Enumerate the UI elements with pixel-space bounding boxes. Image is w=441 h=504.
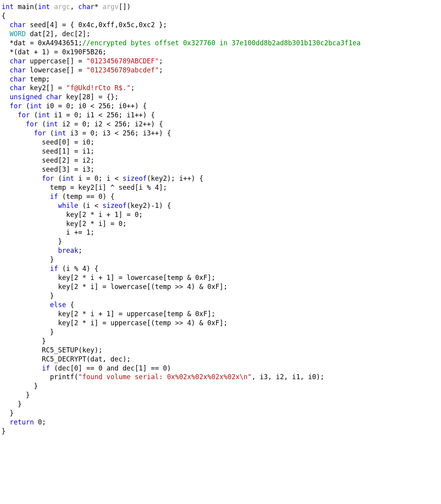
code-token: dat[2], dec[2]; (26, 30, 90, 38)
code-token: lowercase[] = (26, 66, 86, 74)
code-token: break (58, 246, 78, 254)
code-token: else (50, 301, 66, 309)
code-token: for (42, 174, 54, 182)
code-token (2, 364, 42, 372)
code-token: int (54, 129, 66, 137)
code-token (2, 418, 9, 426)
code-token: } (2, 328, 54, 336)
code-token: key2[] = (26, 84, 66, 92)
code-token: 0; (34, 418, 46, 426)
code-token: } (2, 256, 54, 263)
code-token: seed[3] = i3; (2, 165, 94, 173)
code-token: ( (46, 129, 54, 137)
code-token: { (2, 12, 6, 20)
code-token: "found volume serial: 0x%02x%02x%02x%02x… (78, 373, 251, 381)
code-token: ; (159, 57, 163, 65)
code-token: i += 1; (2, 228, 94, 236)
code-token: } (2, 427, 6, 435)
code-token: { (66, 301, 74, 309)
code-token: temp; (26, 75, 50, 83)
code-token: for (9, 102, 22, 110)
code-token (50, 3, 54, 11)
code-token: ( (30, 111, 38, 119)
code-token: *(dat + 1) = 0x190F5B26; (2, 48, 106, 56)
code-token: } (2, 337, 46, 345)
code-token: RC5_SETUP(key); (2, 346, 102, 354)
code-token: ; (131, 84, 135, 92)
code-token: []) (119, 3, 131, 11)
code-token: i1 = 0; i1 < 256; i1++) { (50, 111, 155, 119)
code-token (2, 111, 18, 119)
code-token (2, 120, 26, 128)
code-token (2, 102, 9, 110)
code-token: char (9, 66, 26, 74)
code-token: ; (159, 66, 163, 74)
code-token: unsigned (9, 93, 42, 101)
code-token (2, 66, 9, 74)
code-token: key[2 * i + 1] = lowercase[temp & 0xF]; (2, 274, 215, 282)
code-token (2, 30, 9, 38)
code-token (2, 75, 9, 83)
code-token (2, 93, 9, 101)
code-token: *dat = 0xA4943651; (2, 39, 82, 47)
code-token: if (50, 265, 58, 272)
code-token: main( (14, 3, 38, 11)
code-token: for (18, 111, 30, 119)
code-token: key[28] = {}; (62, 93, 119, 101)
code-token: (key2); i++) { (147, 174, 203, 182)
code-token: key[2 * i] = lowercase[(temp >> 4) & 0xF… (2, 283, 227, 291)
code-token: } (2, 292, 54, 300)
code-token: RC5_DECRYPT(dat, dec); (2, 355, 131, 363)
code-token: "0123456789abcdef" (86, 66, 159, 74)
code-token: int (62, 174, 74, 182)
code-token: (key2)-1) { (127, 202, 171, 209)
code-token: int (38, 111, 50, 119)
code-token: char (46, 93, 62, 101)
code-token: (temp == 0) { (58, 193, 114, 200)
code-token: int (38, 3, 50, 11)
code-token: ( (38, 120, 46, 128)
code-token: } (2, 382, 38, 390)
code-token (42, 93, 46, 101)
code-token: key[2 * i + 1] = 0; (2, 211, 143, 219)
code-token: , (70, 3, 78, 11)
code-token (2, 265, 50, 272)
code-token: char (9, 84, 26, 92)
code-token: } (2, 400, 22, 408)
code-token: i = 0; i < (74, 174, 123, 182)
code-token: (dec[0] == 0 and dec[1] == 0) (50, 364, 171, 372)
code-token (2, 246, 58, 254)
code-token: (i % 4) { (58, 265, 98, 272)
code-token: if (42, 364, 50, 372)
code-token: key[2 * i] = uppercase[(temp >> 4) & 0xF… (2, 319, 227, 327)
code-token: } (2, 409, 14, 417)
code-token (2, 174, 42, 182)
code-token: char (78, 3, 95, 11)
code-token: } (2, 391, 30, 399)
code-token: "f@Ukd!rCto R$." (66, 84, 131, 92)
code-token: seed[4] = { 0x4c,0xff,0x5c,0xc2 }; (26, 21, 167, 29)
code-token: i0 = 0; i0 < 256; i0++) { (42, 102, 147, 110)
code-block: int main(int argc, char* argv[]) { char … (0, 0, 441, 444)
code-token: char (9, 57, 26, 65)
code-token: uppercase[] = (26, 57, 86, 65)
code-token (2, 21, 9, 29)
code-token: ; (78, 246, 82, 254)
code-token (2, 57, 9, 65)
code-token (2, 84, 9, 92)
code-token: argc (54, 3, 70, 11)
code-token: //encrypted bytes offset 0x327760 in 37e… (82, 39, 361, 47)
code-token: sizeof (102, 202, 127, 209)
code-token: char (9, 75, 26, 83)
code-token: for (26, 120, 38, 128)
code-token (2, 193, 50, 200)
code-token: } (2, 237, 62, 245)
code-token: * (95, 3, 102, 11)
code-token: seed[0] = i0; (2, 138, 94, 146)
code-token: seed[1] = i1; (2, 147, 94, 155)
code-token: if (50, 193, 58, 200)
code-token: int (2, 3, 14, 11)
code-token: argv (102, 3, 119, 11)
code-token: printf( (2, 373, 78, 381)
code-token: key[2 * i + 1] = uppercase[temp & 0xF]; (2, 310, 215, 318)
